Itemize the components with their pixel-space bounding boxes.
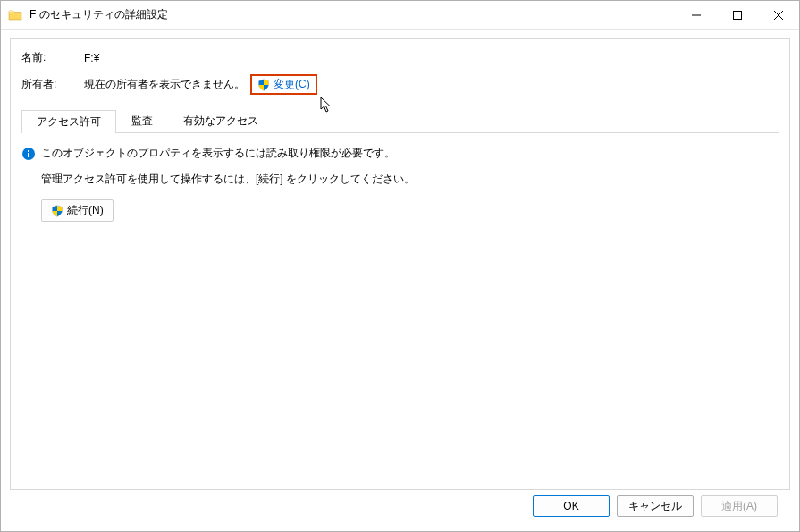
name-label: 名前: [21,50,84,65]
window-controls [676,1,799,30]
apply-button[interactable]: 適用(A) [701,495,778,517]
dialog-footer: OK キャンセル 適用(A) [10,490,790,526]
name-value: F:¥ [84,52,99,64]
tab-content: このオブジェクトのプロパティを表示するには読み取り権限が必要です。 管理アクセス… [21,133,779,484]
name-row: 名前: F:¥ [21,50,779,65]
change-owner-link[interactable]: 変更(C) [250,74,317,95]
info-text: このオブジェクトのプロパティを表示するには読み取り権限が必要です。 [41,146,395,161]
svg-rect-0 [734,11,742,19]
folder-icon [8,8,22,22]
owner-value: 現在の所有者を表示できません。 [84,77,245,92]
minimize-button[interactable] [676,1,717,30]
owner-label: 所有者: [21,77,84,92]
window-title: F のセキュリティの詳細設定 [29,7,676,22]
tab-strip: アクセス許可 監査 有効なアクセス [21,109,779,133]
close-button[interactable] [758,1,799,30]
titlebar: F のセキュリティの詳細設定 [1,1,799,30]
change-link-text: 変更(C) [274,77,310,92]
uac-shield-icon [257,79,270,91]
outer-panel: 名前: F:¥ 所有者: 現在の所有者を表示できません。 変更(C) アクセス許… [1,30,799,531]
maximize-button[interactable] [717,1,758,30]
info-line: このオブジェクトのプロパティを表示するには読み取り権限が必要です。 [21,146,779,161]
continue-button[interactable]: 続行(N) [41,199,114,222]
svg-rect-2 [28,153,29,157]
owner-row: 所有者: 現在の所有者を表示できません。 変更(C) [21,74,779,95]
info-icon [21,147,36,161]
tab-effective-access[interactable]: 有効なアクセス [168,109,274,132]
cancel-button[interactable]: キャンセル [617,495,694,517]
uac-shield-icon [51,205,63,217]
tab-permissions[interactable]: アクセス許可 [21,110,116,133]
ok-button[interactable]: OK [533,495,610,517]
svg-rect-3 [28,150,29,152]
security-dialog: F のセキュリティの詳細設定 名前: F:¥ 所有者: 現在の所有者を表示できま… [0,0,800,532]
instruction-text: 管理アクセス許可を使用して操作するには、[続行] をクリックしてください。 [41,172,779,187]
continue-button-label: 続行(N) [67,203,104,218]
tab-auditing[interactable]: 監査 [116,109,168,132]
inner-panel: 名前: F:¥ 所有者: 現在の所有者を表示できません。 変更(C) アクセス許… [10,38,790,490]
